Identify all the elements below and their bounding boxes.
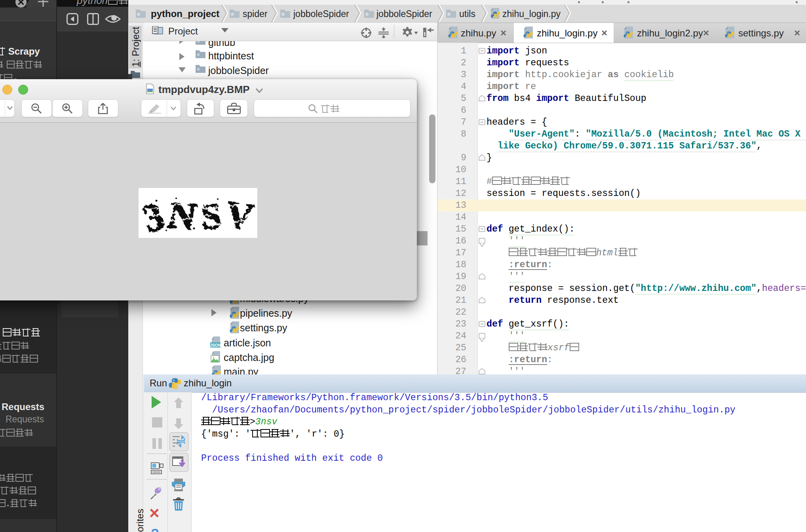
svg-text:V: V xyxy=(221,191,255,238)
svg-text:3: 3 xyxy=(139,193,168,238)
svg-text:N: N xyxy=(164,193,198,236)
